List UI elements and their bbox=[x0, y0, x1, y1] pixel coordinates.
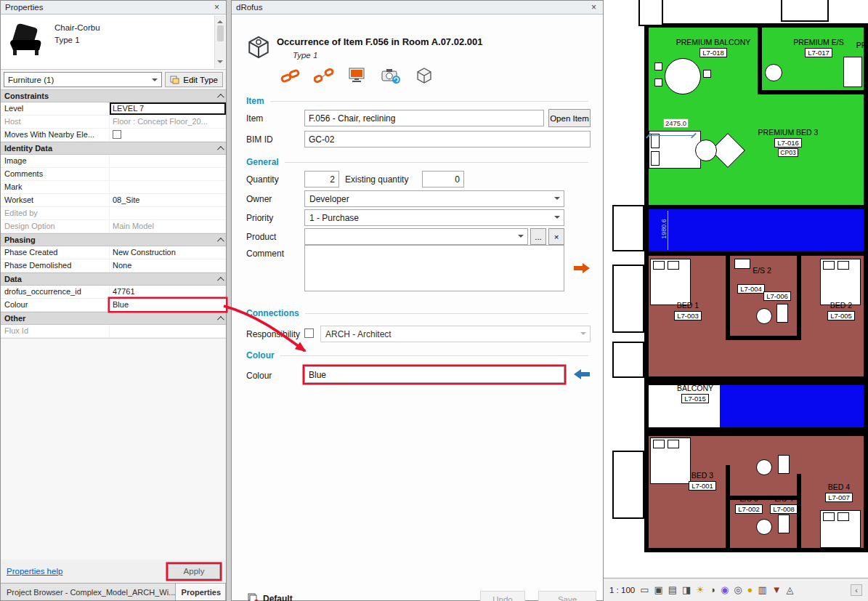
tab-properties[interactable]: Properties bbox=[176, 584, 226, 600]
bim-id-input[interactable] bbox=[304, 131, 591, 148]
property-value[interactable] bbox=[110, 181, 226, 193]
collapse-icon[interactable] bbox=[217, 93, 224, 100]
show-crop-icon[interactable]: ▭ bbox=[640, 585, 649, 594]
undo-button[interactable]: Undo bbox=[480, 591, 525, 601]
edit-type-button[interactable]: Edit Type bbox=[165, 72, 223, 87]
property-value[interactable] bbox=[110, 168, 226, 180]
close-icon[interactable]: × bbox=[212, 2, 222, 12]
shadows-icon[interactable]: ◑ bbox=[710, 585, 715, 594]
collapse-icon[interactable] bbox=[217, 145, 224, 153]
unlink-icon[interactable] bbox=[313, 65, 335, 86]
view-scale[interactable]: 1 : 100 bbox=[609, 586, 635, 594]
property-section-other[interactable]: Other bbox=[1, 312, 226, 325]
rendering-icon[interactable]: ◉ bbox=[721, 585, 729, 594]
drofus-titlebar[interactable]: dRofus × bbox=[232, 1, 603, 15]
property-value[interactable]: None bbox=[110, 259, 226, 272]
profile-label: Default bbox=[263, 594, 293, 601]
chair-type-thumbnail bbox=[5, 17, 47, 60]
section-label: Constraints bbox=[4, 92, 49, 100]
section-colour: Colour bbox=[246, 350, 588, 360]
existing-quantity-input[interactable] bbox=[422, 171, 464, 187]
property-value[interactable] bbox=[110, 155, 226, 167]
collapse-icon[interactable] bbox=[217, 315, 224, 323]
apply-button[interactable]: Apply bbox=[168, 564, 220, 579]
quantity-input[interactable] bbox=[304, 171, 339, 187]
product-browse-button[interactable]: ... bbox=[530, 228, 546, 245]
property-value[interactable]: 08_Site bbox=[110, 194, 226, 206]
product-dropdown[interactable] bbox=[304, 228, 528, 245]
properties-help-link[interactable]: Properties help bbox=[7, 567, 62, 576]
scroll-thumb[interactable] bbox=[217, 25, 224, 41]
property-value[interactable]: Blue bbox=[110, 299, 226, 311]
property-value-text: None bbox=[113, 261, 131, 270]
responsibility-checkbox[interactable] bbox=[304, 328, 314, 338]
category-filter-dropdown[interactable]: Furniture (1) bbox=[4, 72, 162, 87]
property-section-data[interactable]: Data bbox=[1, 273, 226, 286]
property-label: Colour bbox=[1, 299, 110, 311]
push-to-drofus-arrow-icon[interactable] bbox=[573, 262, 591, 276]
collapse-icon[interactable] bbox=[217, 276, 224, 283]
worksharing-icon[interactable]: ▥ bbox=[758, 585, 766, 594]
dimension-line bbox=[649, 135, 694, 136]
save-button[interactable]: Save bbox=[538, 591, 596, 601]
analytical-model-icon[interactable]: ◬ bbox=[787, 585, 794, 594]
profile-selector[interactable]: Default bbox=[248, 593, 293, 601]
property-label: Edited by bbox=[1, 207, 110, 219]
property-section-identity-data[interactable]: Identity Data bbox=[1, 142, 226, 155]
property-value[interactable]: New Construction bbox=[110, 246, 226, 259]
property-value[interactable] bbox=[110, 207, 226, 219]
owner-dropdown[interactable]: Developer bbox=[304, 190, 564, 207]
show-in-model-icon[interactable] bbox=[346, 65, 368, 86]
application-root: Properties × Chair-Corbu Type 1 bbox=[0, 0, 868, 601]
properties-titlebar[interactable]: Properties × bbox=[1, 1, 226, 15]
product-clear-button[interactable]: × bbox=[548, 228, 564, 245]
scroll-down-icon[interactable] bbox=[217, 60, 223, 66]
property-section-constraints[interactable]: Constraints bbox=[1, 89, 226, 102]
room-label-premium-es: PREMIUM E/S L7-017 bbox=[784, 38, 853, 57]
section-label: Data bbox=[4, 275, 22, 283]
revit-floor-plan-view[interactable]: 2475.0 1980.6 bbox=[604, 0, 868, 601]
pillow-symbol bbox=[668, 261, 679, 270]
property-section-phasing[interactable]: Phasing bbox=[1, 233, 226, 246]
reveal-hidden-icon[interactable]: ● bbox=[747, 585, 753, 594]
item-input[interactable] bbox=[304, 110, 544, 126]
room-corridor-blue[interactable] bbox=[649, 209, 868, 251]
pull-from-drofus-arrow-icon[interactable] bbox=[573, 368, 591, 382]
open-item-button[interactable]: Open Item bbox=[548, 109, 591, 127]
wc-symbol bbox=[756, 308, 772, 324]
property-value[interactable]: Main Model bbox=[110, 220, 226, 233]
room-balcony-blue[interactable] bbox=[720, 385, 868, 427]
sync-image-icon[interactable] bbox=[380, 65, 402, 86]
priority-dropdown[interactable]: 1 - Purchase bbox=[304, 209, 564, 226]
property-value[interactable]: 47761 bbox=[110, 286, 226, 298]
checkbox[interactable] bbox=[113, 130, 121, 139]
crop-view-icon[interactable]: ▣ bbox=[654, 585, 662, 594]
type-selector[interactable]: Chair-Corbu Type 1 bbox=[1, 15, 226, 70]
ifc-box-icon[interactable] bbox=[413, 65, 435, 86]
property-value[interactable]: LEVEL 7 bbox=[110, 102, 226, 115]
temporary-hide-icon[interactable]: ◎ bbox=[734, 585, 742, 594]
scroll-up-icon[interactable] bbox=[217, 17, 223, 23]
category-filter-value: Furniture (1) bbox=[8, 76, 54, 84]
type-selector-scrollbar[interactable] bbox=[214, 15, 225, 68]
plan-canvas[interactable]: 2475.0 1980.6 bbox=[604, 0, 868, 578]
scroll-left-arrow-icon[interactable]: ‹ bbox=[851, 584, 862, 596]
collapse-icon[interactable] bbox=[217, 237, 224, 244]
link-icon[interactable] bbox=[280, 65, 301, 86]
property-value[interactable] bbox=[110, 129, 226, 141]
filter-icon[interactable]: ▼ bbox=[772, 585, 782, 594]
colour-input[interactable] bbox=[304, 366, 564, 383]
comment-textarea[interactable] bbox=[304, 245, 564, 291]
property-value[interactable] bbox=[110, 325, 226, 337]
bottom-tabs: Project Browser - Complex_Model_ARCH_Wi.… bbox=[1, 583, 226, 600]
responsibility-dropdown[interactable]: ARCH - Architect bbox=[320, 326, 591, 342]
sink-symbol bbox=[776, 304, 788, 323]
property-value[interactable]: Floor : Concept Floor_20... bbox=[110, 116, 226, 128]
detail-level-icon[interactable]: ▤ bbox=[668, 585, 677, 594]
sun-path-icon[interactable]: ☀ bbox=[696, 585, 705, 594]
close-icon[interactable]: × bbox=[589, 2, 599, 12]
visual-style-icon[interactable]: ◨ bbox=[682, 585, 691, 594]
tab-project-browser[interactable]: Project Browser - Complex_Model_ARCH_Wi.… bbox=[1, 584, 176, 600]
section-label: Identity Data bbox=[4, 144, 52, 153]
section-item: Item bbox=[246, 96, 588, 106]
